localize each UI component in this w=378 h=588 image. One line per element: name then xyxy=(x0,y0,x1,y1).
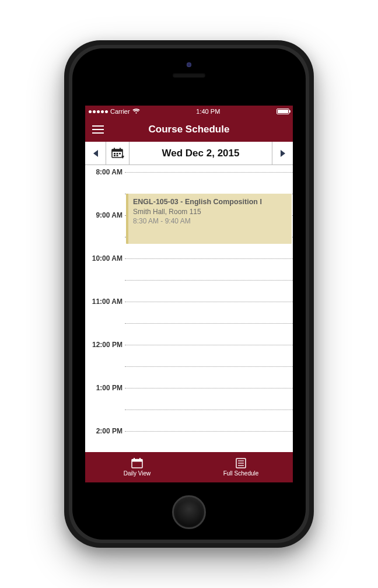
time-column: 8:00 AM9:00 AM10:00 AM11:00 AM12:00 PM1:… xyxy=(85,165,125,452)
tab-bar: Daily View Full Schedule xyxy=(85,452,293,482)
svg-rect-2 xyxy=(92,132,104,134)
phone-frame-outer: Carrier 1:40 PM xyxy=(64,40,314,548)
calendar-icon xyxy=(111,148,124,159)
prev-day-button[interactable] xyxy=(85,142,106,164)
hour-gridline xyxy=(125,388,293,388)
hour-gridline xyxy=(125,431,293,432)
svg-rect-10 xyxy=(119,153,121,155)
current-date-label: Wed Dec 2, 2015 xyxy=(130,148,272,159)
halfhour-gridline xyxy=(125,410,293,410)
svg-marker-3 xyxy=(93,150,98,157)
event-title: ENGL-105-03 - English Composition I xyxy=(133,197,287,207)
camera-icon xyxy=(187,62,191,67)
hour-label: 1:00 PM xyxy=(96,384,123,392)
hour-gridline xyxy=(125,302,293,302)
halfhour-gridline xyxy=(125,366,293,367)
menu-icon xyxy=(92,125,104,134)
halfhour-gridline xyxy=(125,323,293,324)
screen: Carrier 1:40 PM xyxy=(85,106,293,482)
svg-rect-17 xyxy=(134,458,135,460)
phone-frame-mid: Carrier 1:40 PM xyxy=(69,45,309,543)
tab-full-schedule[interactable]: Full Schedule xyxy=(189,452,293,482)
chevron-right-icon xyxy=(279,149,286,158)
svg-marker-14 xyxy=(281,150,285,157)
svg-rect-7 xyxy=(120,148,121,150)
next-day-button[interactable] xyxy=(272,142,293,164)
daily-view-icon xyxy=(131,458,143,468)
calendar-event[interactable]: ENGL-105-03 - English Composition ISmith… xyxy=(126,194,292,244)
svg-rect-5 xyxy=(112,149,123,152)
hour-gridline xyxy=(125,345,293,345)
hour-label: 12:00 PM xyxy=(92,341,123,349)
svg-rect-1 xyxy=(92,129,104,130)
home-button[interactable] xyxy=(172,495,206,529)
phone-frame-inner: Carrier 1:40 PM xyxy=(72,48,306,540)
tab-daily-label: Daily View xyxy=(124,470,151,477)
chevron-left-icon xyxy=(92,149,99,158)
hour-label: 10:00 AM xyxy=(92,254,123,262)
svg-rect-6 xyxy=(114,148,115,150)
event-location: Smith Hall, Room 115 xyxy=(133,207,287,216)
status-left: Carrier xyxy=(89,108,140,115)
svg-rect-11 xyxy=(114,155,116,156)
calendar-day-view[interactable]: 8:00 AM9:00 AM10:00 AM11:00 AM12:00 PM1:… xyxy=(85,165,293,452)
battery-icon xyxy=(276,108,289,114)
phone-speaker-area xyxy=(142,62,236,78)
hour-label: 2:00 PM xyxy=(96,427,123,435)
svg-rect-0 xyxy=(92,125,104,127)
hour-label: 8:00 AM xyxy=(96,168,123,176)
calendar-picker-button[interactable] xyxy=(106,142,130,164)
status-right xyxy=(276,108,289,114)
menu-button[interactable] xyxy=(85,117,111,142)
signal-icon xyxy=(89,110,108,113)
hour-label: 11:00 AM xyxy=(92,298,123,306)
status-bar: Carrier 1:40 PM xyxy=(85,106,293,117)
hour-label: 9:00 AM xyxy=(96,211,123,219)
svg-rect-8 xyxy=(114,153,116,155)
svg-rect-18 xyxy=(139,458,141,460)
svg-rect-16 xyxy=(132,460,142,462)
tab-full-label: Full Schedule xyxy=(223,470,259,477)
svg-rect-12 xyxy=(116,155,118,156)
wifi-icon xyxy=(132,108,140,114)
full-schedule-icon xyxy=(236,458,246,468)
date-center: Wed Dec 2, 2015 xyxy=(106,142,272,164)
status-time: 1:40 PM xyxy=(196,108,220,115)
tab-daily-view[interactable]: Daily View xyxy=(85,452,189,482)
speaker-icon xyxy=(173,73,205,78)
date-selector: Wed Dec 2, 2015 xyxy=(85,142,293,165)
calendar-grid: ENGL-105-03 - English Composition ISmith… xyxy=(125,165,293,452)
event-time: 8:30 AM - 9:40 AM xyxy=(133,216,287,226)
carrier-label: Carrier xyxy=(110,108,130,115)
svg-rect-9 xyxy=(116,153,118,155)
halfhour-gridline xyxy=(125,280,293,281)
hour-gridline xyxy=(125,258,293,259)
page-title: Course Schedule xyxy=(85,124,293,135)
nav-header: Course Schedule xyxy=(85,117,293,142)
hour-gridline xyxy=(125,172,293,173)
